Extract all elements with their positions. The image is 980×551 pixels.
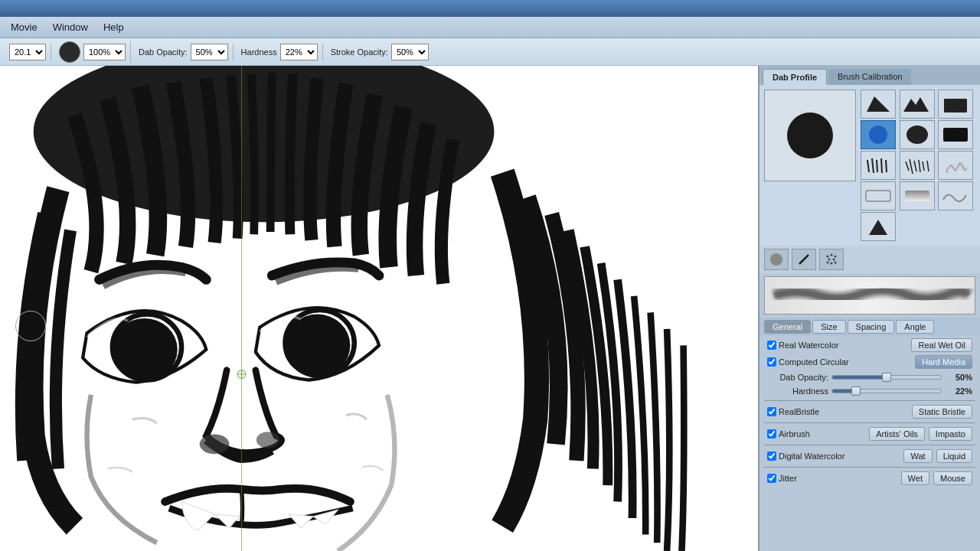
airbrush-check[interactable]: Airbrush [767,429,810,439]
section-tab-spacing[interactable]: Spacing [848,320,895,334]
brush-opacity-select[interactable]: 100% [83,44,126,60]
svg-point-33 [835,256,837,258]
brush-size-group: 20.1 [5,44,51,60]
hardness-label: Hardness [241,47,277,57]
jitter-check[interactable]: Jitter [767,474,797,483]
menu-movie[interactable]: Movie [3,19,45,35]
brush-grid-area [760,85,980,246]
brush-stroke-preview [764,276,975,315]
digital-watercolor-checkbox[interactable] [767,452,776,461]
airbrush-checkbox[interactable] [767,429,776,439]
svg-line-16 [867,160,869,172]
prop-digital-watercolor: Digital Watercolor Wat Liquid [764,448,975,464]
stroke-opacity-label: Stroke Opacity: [331,47,388,57]
svg-point-38 [835,262,837,264]
svg-line-30 [799,255,808,264]
hard-media-btn[interactable]: Hard Media [915,355,972,369]
brush-type-empty1[interactable] [861,181,896,210]
static-bristle-btn[interactable]: Static Bristle [912,405,972,419]
svg-point-14 [906,126,928,144]
mode-circle-icon[interactable] [764,249,789,270]
hardness-select[interactable]: 22% [280,44,318,60]
svg-point-32 [831,254,833,256]
real-watercolor-checkbox[interactable] [767,341,776,350]
artists-oils-btn[interactable]: Artists' Oils [869,427,925,441]
brush-large-preview [764,90,856,181]
real-wet-oil-btn[interactable]: Real Wet Oil [911,338,972,352]
hardness-track[interactable] [831,389,942,393]
dab-opacity-group: Dab Opacity: 50% [134,44,234,60]
dab-opacity-thumb[interactable] [882,373,891,382]
wet-btn[interactable]: Wet [901,471,929,485]
svg-line-25 [923,161,924,171]
brush-type-grad[interactable] [900,181,935,210]
brush-dot [787,112,833,158]
svg-line-19 [881,158,882,173]
brush-type-mountain3[interactable] [938,90,973,119]
titlebar [0,0,980,17]
real-bristle-check[interactable]: RealBristle [767,407,819,416]
panel-tabs: Dab Profile Brush Calibration [760,66,980,85]
computed-circular-check[interactable]: Computed Circular [767,357,849,367]
hardness-slider-row: Hardness 22% [764,385,975,397]
section-tab-angle[interactable]: Angle [896,320,934,334]
brush-preview-group: 100% [54,41,131,63]
dab-opacity-track[interactable] [831,375,942,380]
menu-window[interactable]: Window [45,19,96,35]
main-area: Dab Profile Brush Calibration [0,66,980,551]
svg-point-7 [256,432,279,448]
section-tab-general[interactable]: General [764,320,811,334]
real-watercolor-check[interactable]: Real Watercolor [767,341,838,350]
real-bristle-checkbox[interactable] [767,407,776,416]
brush-type-mountain1[interactable] [861,90,896,119]
svg-line-21 [906,161,909,171]
brush-properties: Real Watercolor Real Wet Oil Computed Ci… [760,336,980,487]
hardness-group: Hardness 22% [237,44,323,60]
brush-type-texture1[interactable] [861,151,896,180]
toolbar: 20.1 100% Dab Opacity: 50% Hardness 22% … [0,38,980,66]
canvas-area[interactable] [0,66,758,551]
tab-dab-profile[interactable]: Dab Profile [763,69,827,85]
drawing-canvas[interactable] [0,66,758,551]
svg-point-13 [869,126,887,144]
brush-type-circle[interactable] [861,120,896,149]
brush-size-select[interactable]: 20.1 [9,44,46,60]
section-tabs: General Size Spacing Angle [760,318,980,336]
brush-type-dark[interactable] [938,120,973,149]
svg-point-6 [200,434,230,454]
brush-type-texture3[interactable] [938,151,973,180]
section-tab-size[interactable]: Size [812,320,845,334]
brush-types-grid [861,90,975,241]
svg-line-26 [927,161,929,171]
hardness-thumb[interactable] [851,386,861,396]
svg-line-20 [886,160,887,172]
hardness-slider-label: Hardness [767,386,828,396]
impasto-btn[interactable]: Impasto [929,427,972,441]
svg-rect-27 [866,191,890,201]
brush-type-wave[interactable] [938,181,973,210]
dab-opacity-label: Dab Opacity: [139,47,188,57]
dab-opacity-slider-row: Dab Opacity: 50% [764,371,975,383]
stroke-opacity-select[interactable]: 50% [391,44,429,60]
dab-opacity-select[interactable]: 50% [191,44,228,60]
brush-type-mountain2[interactable] [900,90,935,119]
prop-real-watercolor: Real Watercolor Real Wet Oil [764,337,975,353]
mouse-btn[interactable]: Mouse [933,471,972,485]
right-panel: Dab Profile Brush Calibration [758,66,980,551]
menu-help[interactable]: Help [96,19,132,35]
prop-jitter: Jitter Wet Mouse [764,471,975,486]
svg-line-17 [872,158,874,173]
mode-slash-icon[interactable] [792,249,816,270]
brush-type-triangle[interactable] [861,212,896,241]
wat-btn[interactable]: Wat [903,449,932,463]
jitter-checkbox[interactable] [767,474,776,483]
prop-real-bristle: RealBristle Static Bristle [764,404,975,419]
digital-watercolor-check[interactable]: Digital Watercolor [767,452,844,461]
tab-brush-calibration[interactable]: Brush Calibration [828,69,911,85]
mode-texture-icon[interactable] [819,249,844,270]
brush-type-texture2[interactable] [900,151,935,180]
divider4 [764,467,975,468]
brush-type-soft[interactable] [900,120,935,149]
liquid-btn[interactable]: Liquid [936,449,972,463]
computed-circular-checkbox[interactable] [767,357,776,367]
